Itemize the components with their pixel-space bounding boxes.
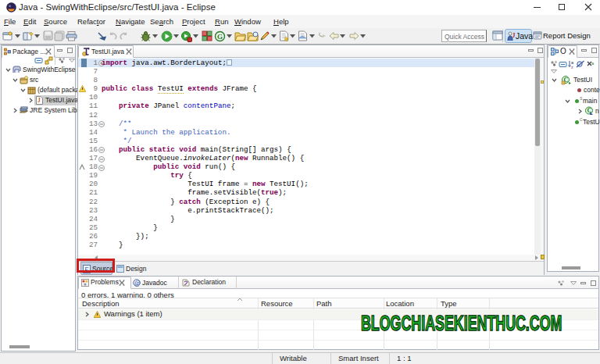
svg-text:J: J [512,32,516,39]
svg-text:J: J [38,97,41,104]
svg-text:G: G [217,33,223,41]
svg-text:@: @ [134,280,140,287]
svg-text:s: s [591,61,595,66]
svg-text:z: z [571,65,573,69]
